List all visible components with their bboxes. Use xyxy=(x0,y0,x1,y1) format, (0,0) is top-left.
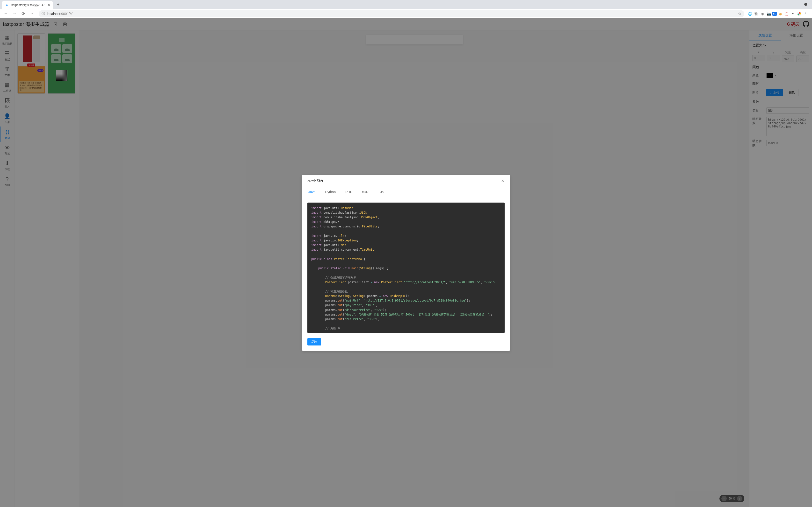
camera-ext-icon[interactable]: 📷 xyxy=(766,11,771,16)
nav-reload-button[interactable]: ⟳ xyxy=(19,10,27,18)
chrome-profile-icon[interactable] xyxy=(797,11,802,16)
code-tab-java[interactable]: Java xyxy=(307,187,317,197)
evernote-ext-icon[interactable]: 🐘 xyxy=(754,11,759,16)
nav-forward-button[interactable]: → xyxy=(11,10,18,18)
code-modal: 示例代码 ✕ Java Python PHP cURL JS import ja… xyxy=(302,175,510,351)
tab-close-icon[interactable]: × xyxy=(48,3,50,7)
tab-favicon-icon: ◈ xyxy=(5,3,9,7)
code-tab-python[interactable]: Python xyxy=(324,187,337,197)
code-block[interactable]: import java.util.HashMap; import com.ali… xyxy=(307,203,505,333)
modal-title: 示例代码 xyxy=(307,178,323,183)
code-tab-curl[interactable]: cURL xyxy=(361,187,371,197)
ext-icon-5[interactable]: F□ xyxy=(772,12,777,16)
modal-close-icon[interactable]: ✕ xyxy=(501,178,505,183)
copy-button[interactable]: 复制 xyxy=(307,338,321,345)
site-info-icon[interactable]: ⓘ xyxy=(42,12,45,16)
extensions-menu-icon[interactable]: ✦ xyxy=(790,11,796,16)
extensions-area: 🌐 🐘 ◉ 📷 F□ ◕ ◯ ✦ ⋮ xyxy=(747,11,810,16)
new-tab-button[interactable]: + xyxy=(55,1,62,8)
url-text: localhost:9001/#/ xyxy=(47,12,72,16)
ext-icon-7[interactable]: ◯ xyxy=(784,11,789,16)
ext-icon-6[interactable]: ◕ xyxy=(778,11,783,16)
browser-menu-icon[interactable]: ⋮ xyxy=(803,11,808,16)
nav-home-button[interactable]: ⌂ xyxy=(28,10,36,18)
tab-title: fastposter海报生成器v1.4.1 xyxy=(11,3,46,7)
url-bar[interactable]: ⓘ localhost:9001/#/ ☆ xyxy=(39,10,744,17)
browser-tab[interactable]: ◈ fastposter海报生成器v1.4.1 × xyxy=(2,1,53,9)
window-maximize-icon[interactable] xyxy=(804,3,807,6)
ext-icon-3[interactable]: ◉ xyxy=(760,11,765,16)
bookmark-star-icon[interactable]: ☆ xyxy=(738,11,742,16)
code-tab-php[interactable]: PHP xyxy=(344,187,353,197)
code-tab-js[interactable]: JS xyxy=(379,187,385,197)
nav-back-button[interactable]: ← xyxy=(2,10,10,18)
modal-overlay[interactable]: 示例代码 ✕ Java Python PHP cURL JS import ja… xyxy=(0,18,812,507)
translate-ext-icon[interactable]: 🌐 xyxy=(747,11,753,16)
